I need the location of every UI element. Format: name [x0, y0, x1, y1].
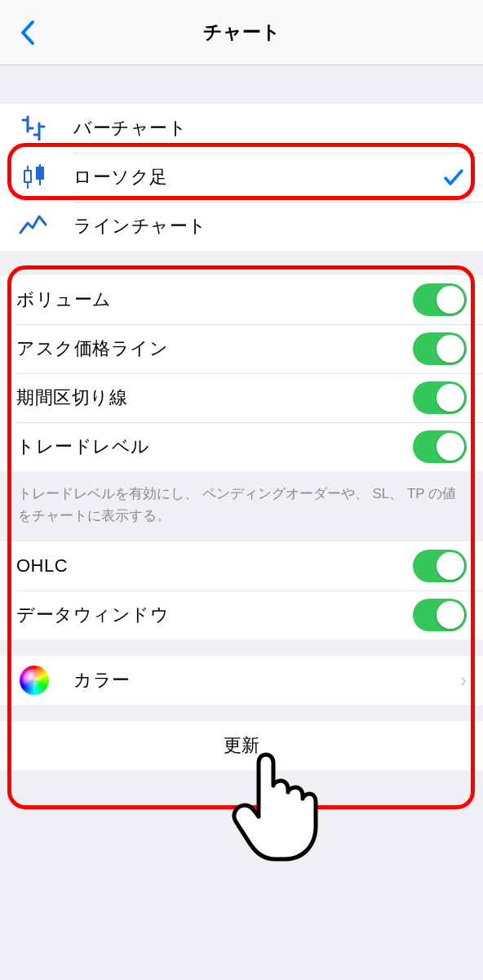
- chart-type-bar[interactable]: バーチャート: [0, 104, 483, 153]
- chevron-right-icon: ›: [460, 669, 467, 692]
- switch-trade-level[interactable]: [413, 430, 467, 463]
- toggle-label: アスク価格ライン: [16, 336, 413, 361]
- toggles-section-1: ボリューム アスク価格ライン 期間区切り線 トレードレベル: [0, 275, 483, 471]
- update-label: 更新: [224, 733, 259, 758]
- back-button[interactable]: [11, 16, 44, 49]
- chevron-left-icon: [20, 20, 36, 46]
- chart-type-label: バーチャート: [73, 116, 467, 140]
- switch-ohlc[interactable]: [413, 550, 467, 582]
- candlestick-icon: [16, 159, 52, 195]
- color-section: カラー ›: [0, 656, 483, 705]
- toggle-label: OHLC: [16, 555, 413, 577]
- toggle-period-separator: 期間区切り線: [0, 373, 483, 422]
- page-title: チャート: [0, 20, 483, 45]
- chart-type-label: ラインチャート: [73, 214, 467, 238]
- switch-period-separator[interactable]: [413, 381, 467, 414]
- trade-level-footer: トレードレベルを有効にし、 ペンディングオーダーや、 SL、 TP の値をチャー…: [0, 471, 483, 541]
- bar-chart-icon: [16, 110, 52, 146]
- line-chart-icon: [16, 208, 52, 244]
- navbar: チャート: [0, 0, 483, 65]
- toggle-label: 期間区切り線: [16, 385, 413, 410]
- toggle-label: トレードレベル: [16, 434, 413, 459]
- toggle-volume: ボリューム: [0, 275, 483, 324]
- switch-ask-line[interactable]: [413, 332, 467, 365]
- chart-type-label: ローソク足: [73, 165, 441, 189]
- svg-rect-7: [24, 171, 31, 182]
- color-wheel-icon: [16, 662, 52, 698]
- color-row[interactable]: カラー ›: [0, 656, 483, 705]
- toggle-ask-line: アスク価格ライン: [0, 324, 483, 373]
- toggle-label: ボリューム: [16, 287, 413, 312]
- switch-data-window[interactable]: [413, 599, 467, 631]
- chart-type-candle[interactable]: ローソク足: [0, 153, 483, 202]
- toggles-section-2: OHLC データウィンドウ: [0, 541, 483, 639]
- toggle-data-window: データウィンドウ: [0, 590, 483, 639]
- chart-type-section: バーチャート ローソク足 ラインチャート: [0, 104, 483, 251]
- toggle-ohlc: OHLC: [0, 541, 483, 590]
- chart-type-line[interactable]: ラインチャート: [0, 202, 483, 251]
- toggle-trade-level: トレードレベル: [0, 422, 483, 471]
- color-label: カラー: [73, 668, 460, 693]
- switch-volume[interactable]: [413, 283, 467, 316]
- update-button[interactable]: 更新: [0, 721, 483, 770]
- update-section: 更新: [0, 721, 483, 770]
- checkmark-icon: [441, 164, 467, 190]
- svg-rect-9: [37, 167, 43, 179]
- toggle-label: データウィンドウ: [16, 603, 413, 627]
